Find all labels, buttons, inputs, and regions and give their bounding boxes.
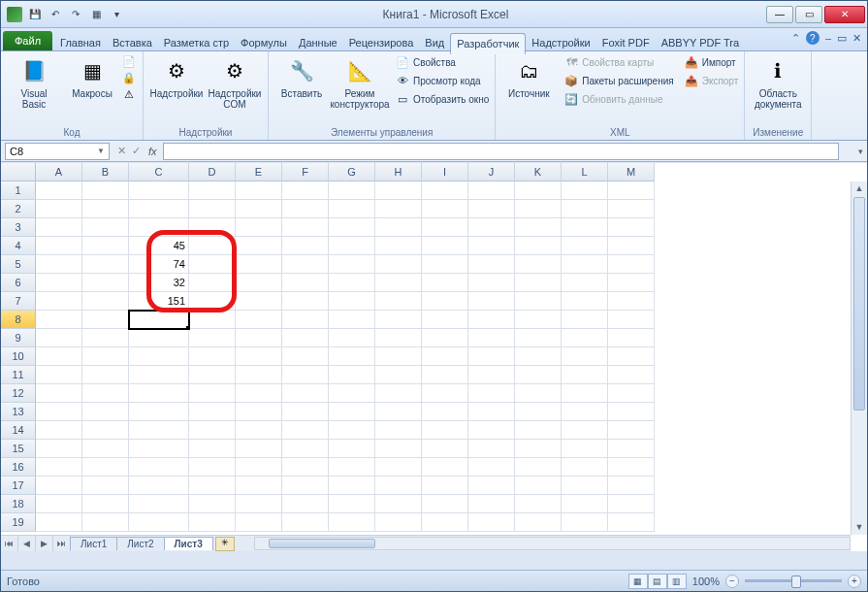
cell-E9[interactable] [236, 329, 282, 347]
cell-A7[interactable] [36, 292, 82, 311]
col-header-B[interactable]: B [82, 163, 129, 181]
sheet-nav-3[interactable]: ⏭ [53, 536, 71, 551]
cell-G3[interactable] [329, 218, 375, 237]
cell-H14[interactable] [375, 421, 422, 440]
cell-E18[interactable] [236, 495, 282, 513]
cell-M11[interactable] [608, 366, 655, 384]
cell-D14[interactable] [189, 421, 236, 440]
cell-K8[interactable] [515, 311, 562, 329]
cell-G17[interactable] [329, 477, 375, 495]
cell-I12[interactable] [422, 384, 468, 403]
cell-H11[interactable] [375, 366, 422, 384]
formula-input[interactable] [163, 143, 839, 160]
cell-M12[interactable] [608, 384, 655, 403]
cell-J6[interactable] [468, 274, 515, 292]
cell-B12[interactable] [82, 384, 129, 403]
zoom-out[interactable]: − [725, 575, 739, 588]
row-header-18[interactable]: 18 [1, 495, 36, 513]
cell-B14[interactable] [82, 421, 129, 440]
cell-E14[interactable] [236, 421, 282, 440]
cell-G15[interactable] [329, 440, 375, 458]
cell-F17[interactable] [282, 477, 329, 495]
cell-L16[interactable] [562, 458, 608, 477]
cell-I1[interactable] [422, 181, 468, 200]
cell-J8[interactable] [468, 311, 515, 329]
cell-A15[interactable] [36, 440, 82, 458]
tab-вставка[interactable]: Вставка [107, 33, 158, 52]
cell-H15[interactable] [375, 440, 422, 458]
cell-C6[interactable]: 32 [129, 274, 189, 292]
ribbon-item-свойства[interactable]: 📄Свойства [395, 53, 489, 71]
cell-H1[interactable] [375, 181, 422, 200]
cell-I13[interactable] [422, 403, 468, 421]
cell-F4[interactable] [282, 237, 329, 255]
cell-D2[interactable] [189, 200, 236, 218]
cell-D4[interactable] [189, 237, 236, 255]
row-header-16[interactable]: 16 [1, 458, 36, 477]
cell-C8[interactable] [129, 311, 189, 329]
cell-A8[interactable] [36, 311, 82, 329]
cell-J3[interactable] [468, 218, 515, 237]
cell-B17[interactable] [82, 477, 129, 495]
cell-M8[interactable] [608, 311, 655, 329]
cell-I19[interactable] [422, 513, 468, 532]
qat-save[interactable]: 💾 [26, 6, 44, 23]
cell-K18[interactable] [515, 495, 562, 513]
doc-close[interactable]: ✕ [852, 32, 861, 45]
cell-J13[interactable] [468, 403, 515, 421]
ribbon-макросы[interactable]: ▦Макросы [65, 53, 119, 101]
cell-E11[interactable] [236, 366, 282, 384]
cell-D6[interactable] [189, 274, 236, 292]
cell-H12[interactable] [375, 384, 422, 403]
cell-D16[interactable] [189, 458, 236, 477]
cell-I4[interactable] [422, 237, 468, 255]
cell-H7[interactable] [375, 292, 422, 311]
cell-M16[interactable] [608, 458, 655, 477]
cell-G6[interactable] [329, 274, 375, 292]
tab-вид[interactable]: Вид [419, 33, 450, 52]
cell-M1[interactable] [608, 181, 655, 200]
cell-L4[interactable] [562, 237, 608, 255]
cell-E8[interactable] [236, 311, 282, 329]
select-all-corner[interactable] [1, 163, 36, 181]
sheet-nav-2[interactable]: ▶ [36, 536, 53, 551]
cell-J9[interactable] [468, 329, 515, 347]
ribbon-область-документа[interactable]: ℹОбластьдокумента [751, 53, 805, 112]
cell-B10[interactable] [82, 347, 129, 366]
cell-M13[interactable] [608, 403, 655, 421]
row-header-5[interactable]: 5 [1, 255, 36, 274]
cell-A16[interactable] [36, 458, 82, 477]
cell-F12[interactable] [282, 384, 329, 403]
window-minimize[interactable]: — [766, 6, 793, 23]
cell-B4[interactable] [82, 237, 129, 255]
cell-I11[interactable] [422, 366, 468, 384]
cell-F5[interactable] [282, 255, 329, 274]
cell-K11[interactable] [515, 366, 562, 384]
cell-B16[interactable] [82, 458, 129, 477]
row-header-8[interactable]: 8 [1, 311, 36, 329]
cell-G16[interactable] [329, 458, 375, 477]
cell-B8[interactable] [82, 311, 129, 329]
cell-M6[interactable] [608, 274, 655, 292]
cell-L7[interactable] [562, 292, 608, 311]
cell-E4[interactable] [236, 237, 282, 255]
new-sheet-button[interactable]: ✳ [215, 537, 235, 551]
cell-I16[interactable] [422, 458, 468, 477]
cell-L15[interactable] [562, 440, 608, 458]
row-header-4[interactable]: 4 [1, 237, 36, 255]
cell-B2[interactable] [82, 200, 129, 218]
tab-надстройки[interactable]: Надстройки [526, 33, 595, 52]
hscroll-thumb[interactable] [269, 539, 375, 548]
cell-L6[interactable] [562, 274, 608, 292]
cell-M10[interactable] [608, 347, 655, 366]
col-header-E[interactable]: E [236, 163, 282, 181]
cell-A1[interactable] [36, 181, 82, 200]
qat-extra-1[interactable]: ▦ [87, 6, 105, 23]
col-header-M[interactable]: M [608, 163, 655, 181]
cell-B11[interactable] [82, 366, 129, 384]
cell-M7[interactable] [608, 292, 655, 311]
cell-J11[interactable] [468, 366, 515, 384]
cell-F6[interactable] [282, 274, 329, 292]
row-header-10[interactable]: 10 [1, 347, 36, 366]
cell-K1[interactable] [515, 181, 562, 200]
